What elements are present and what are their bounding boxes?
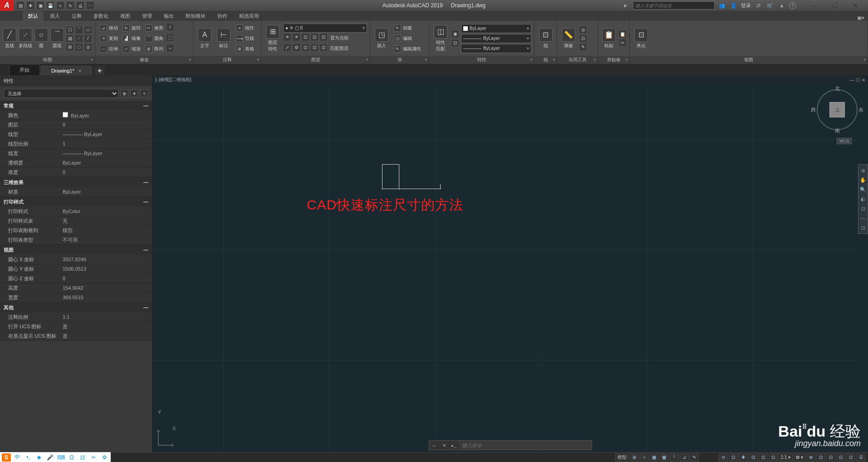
status-r9-icon[interactable]: ⊡ <box>816 453 825 462</box>
viewcube-west[interactable]: 西 <box>811 107 816 113</box>
array-button[interactable]: ⊞阵列 <box>143 44 165 54</box>
osnap-toggle-icon[interactable]: ⊿ <box>680 453 689 462</box>
property-row[interactable]: 打印样式表无 <box>0 216 152 226</box>
fillet-button[interactable]: ⌒圆角 <box>143 34 165 44</box>
spline-icon[interactable]: ⌒ <box>75 26 83 34</box>
drawing-canvas[interactable]: [–]俯视][二维线框] —☐✕ CAD快速标注尺寸的方法 Y X 北 南 东 … <box>152 75 868 452</box>
property-row[interactable]: 圆心 X 坐标3327.8246 <box>0 255 152 264</box>
viewcube-east[interactable]: 东 <box>858 107 863 113</box>
property-row[interactable]: 打印样式ByColor <box>0 207 152 216</box>
nav-extra-icon[interactable]: ⊡ <box>859 224 867 232</box>
prop-section-header[interactable]: 三维效果— <box>0 177 152 187</box>
tab-addins[interactable]: 附加模块 <box>180 11 211 21</box>
prop-section-header[interactable]: 视图— <box>0 245 152 255</box>
nav-orbit-icon[interactable]: ◐ <box>859 195 867 203</box>
status-r4-icon[interactable]: ⊡ <box>759 453 768 462</box>
property-row[interactable]: 在原点显示 UCS 图标是 <box>0 331 152 341</box>
status-r0-icon[interactable]: ⊙ <box>719 453 728 462</box>
layer-misc5-icon[interactable]: ⊡ <box>310 44 319 52</box>
measure-button[interactable]: 📏测量 <box>560 28 577 49</box>
copy-button[interactable]: ⎘复制 <box>98 34 120 44</box>
edit-block-button[interactable]: ◫编辑 <box>392 34 423 44</box>
extend-icon[interactable]: / <box>166 23 174 31</box>
add-tab-button[interactable]: ✚ <box>95 66 105 75</box>
command-input[interactable] <box>459 443 592 448</box>
cut-icon[interactable]: ✂ <box>618 39 627 47</box>
group-button[interactable]: ⊡组 <box>537 28 554 49</box>
snap-toggle-icon[interactable]: ⊹ <box>640 453 649 462</box>
create-block-button[interactable]: ✎创建 <box>392 23 423 33</box>
polyline-button[interactable]: ⟋多段线 <box>19 28 33 49</box>
property-row[interactable]: 材质ByLayer <box>0 187 152 197</box>
pickadd-icon[interactable]: ✦ <box>130 89 138 97</box>
tab-featured[interactable]: 精选应用 <box>234 11 265 21</box>
viewport[interactable]: CAD快速标注尺寸的方法 Y X <box>152 84 859 452</box>
match-props-button[interactable]: ◫特性 匹配 <box>432 25 449 52</box>
status-r10-icon[interactable]: ⊡ <box>826 453 835 462</box>
status-r3-icon[interactable]: ⊡ <box>749 453 758 462</box>
props-misc-icon[interactable]: ⊡ <box>451 39 459 47</box>
panel-draw-title[interactable]: 绘图 <box>0 56 95 64</box>
scale-button[interactable]: ⤢缩放 <box>121 44 142 54</box>
property-row[interactable]: 打印表附着到模型 <box>0 226 152 235</box>
color-selector[interactable]: ByLayer <box>461 24 531 33</box>
qat-save-icon[interactable]: ▣ <box>36 1 44 10</box>
dyninput-icon[interactable]: ✎ <box>690 453 699 462</box>
prop-section-header[interactable]: 打印样式— <box>0 197 152 207</box>
status-r2-icon[interactable]: ✚ <box>739 453 748 462</box>
layer-selector[interactable]: ● ☀ ▢ 0 <box>283 24 367 33</box>
annotation-scale-button[interactable]: 1:1 ▾ <box>779 453 793 462</box>
qat-more-icon[interactable]: ⋯ <box>86 1 94 10</box>
ray-icon[interactable]: / <box>84 34 92 43</box>
tab-output[interactable]: 输出 <box>158 11 179 21</box>
tab-insert[interactable]: 插入 <box>44 11 65 21</box>
panel-utilities-title[interactable]: 实用工具 <box>557 56 598 64</box>
property-row[interactable]: 宽度369.5515 <box>0 293 152 302</box>
layer-iso-icon[interactable]: ⊡ <box>310 33 319 41</box>
property-row[interactable]: 线型比例1 <box>0 139 152 149</box>
tab-view[interactable]: 视图 <box>115 11 136 21</box>
ime-symbol-icon[interactable]: Ω <box>67 453 76 462</box>
vp-close-icon[interactable]: ✕ <box>862 78 865 83</box>
panel-block-title[interactable]: 块 <box>370 56 429 64</box>
property-row[interactable]: 线型———— ByLayer <box>0 130 152 139</box>
paste-button[interactable]: 📋粘贴 <box>601 28 617 49</box>
ime-settings-icon[interactable]: ⚙ <box>100 453 109 462</box>
app-logo[interactable]: A <box>0 0 14 11</box>
match-layer-button[interactable]: 匹配图层 <box>329 44 350 53</box>
ribbon-collapse-icon[interactable]: ▣▾ <box>857 15 868 21</box>
move-button[interactable]: ⊿移动 <box>98 23 120 33</box>
start-tab[interactable]: 开始 <box>9 64 40 75</box>
layer-misc3-icon[interactable]: ⚙ <box>292 44 300 52</box>
status-r11-icon[interactable]: ⊡ <box>836 453 845 462</box>
qat-undo-icon[interactable]: ⎌ <box>56 1 64 10</box>
tab-manage[interactable]: 管理 <box>137 11 157 21</box>
nav-wheel-icon[interactable]: ⊕ <box>859 166 867 175</box>
rect-icon[interactable]: ☐ <box>66 26 74 34</box>
text-button[interactable]: A文字 <box>196 28 213 49</box>
close-tab-icon[interactable]: ✕ <box>78 68 82 73</box>
property-row[interactable]: 颜色ByLayer <box>0 111 152 120</box>
chamfer-icon[interactable]: ⬚ <box>166 34 174 42</box>
arc-button[interactable]: ⌒圆弧 <box>50 28 64 49</box>
cmd-handle-icon[interactable]: ↔ <box>429 441 439 450</box>
status-r8-icon[interactable]: ⊕ <box>806 453 815 462</box>
nav-showmotion-icon[interactable]: ⊡ <box>859 204 867 213</box>
panel-layer-title[interactable]: 图层 <box>261 56 370 64</box>
trim-button[interactable]: ✂修剪 <box>143 23 165 33</box>
help-icon[interactable]: ? <box>789 2 796 9</box>
property-row[interactable]: 透明度ByLayer <box>0 158 152 168</box>
viewcube-south[interactable]: 南 <box>835 127 840 134</box>
workspace-switch-button[interactable]: ✿ ▾ <box>794 453 805 462</box>
viewport-label[interactable]: [–]俯视][二维线框] <box>155 77 191 83</box>
ime-punct-icon[interactable]: •, <box>24 453 33 462</box>
util1-icon[interactable]: ◎ <box>579 26 587 34</box>
ime-lang-icon[interactable]: 中 <box>13 453 22 462</box>
insert-block-button[interactable]: ◳插入 <box>373 28 390 49</box>
copy-clip-icon[interactable]: 📋 <box>618 30 627 38</box>
drawing-geometry[interactable] <box>382 164 441 190</box>
cmd-close-icon[interactable]: ✕ <box>439 441 449 450</box>
customize-status-icon[interactable]: ☰ <box>856 453 865 462</box>
property-row[interactable]: 高度154.9042 <box>0 283 152 293</box>
ime-voice-icon[interactable]: 🎤 <box>45 453 54 462</box>
